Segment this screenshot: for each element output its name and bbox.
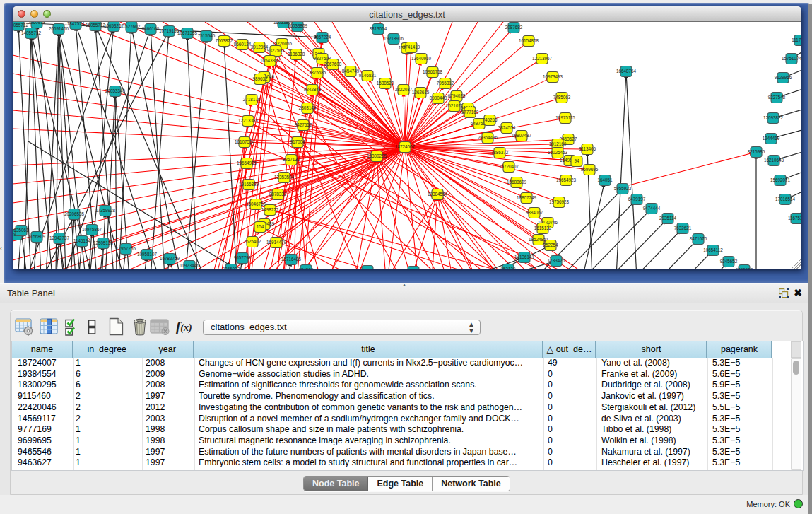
svg-text:16046766: 16046766 [246,201,266,206]
svg-text:19166829: 19166829 [239,182,259,187]
svg-text:9741419: 9741419 [403,45,420,49]
svg-text:19384554: 19384554 [428,192,448,197]
svg-text:19218906: 19218906 [384,36,404,41]
svg-text:7663822: 7663822 [216,38,233,43]
svg-text:10975867: 10975867 [82,227,102,232]
svg-text:7632621: 7632621 [674,226,692,230]
svg-text:9884067: 9884067 [526,210,543,215]
svg-text:10025453: 10025453 [548,150,568,155]
svg-text:15716485: 15716485 [281,257,302,262]
svg-text:19654923: 19654923 [556,177,577,182]
svg-text:945120: 945120 [406,269,421,269]
svg-text:9242848: 9242848 [304,87,322,92]
svg-text:12213967: 12213967 [532,56,553,61]
svg-text:154: 154 [257,224,264,229]
svg-text:3912954: 3912954 [251,45,269,49]
svg-text:20691406: 20691406 [49,26,69,31]
svg-text:17016514: 17016514 [775,197,796,201]
svg-text:14055712: 14055712 [13,23,28,28]
svg-text:10807487: 10807487 [512,133,532,138]
svg-text:1244419: 1244419 [763,136,780,141]
svg-text:10653267: 10653267 [104,23,124,28]
svg-text:2260918: 2260918 [28,22,46,25]
svg-text:12353594: 12353594 [274,175,295,180]
svg-text:9657791: 9657791 [234,255,252,260]
svg-text:953120: 953120 [500,267,516,269]
svg-text:2935114: 2935114 [659,216,677,221]
svg-text:924506: 924506 [298,267,314,269]
svg-text:16914479: 16914479 [266,240,287,245]
svg-text:20053346: 20053346 [105,88,126,93]
svg-text:8990448: 8990448 [430,95,447,100]
svg-text:16107554: 16107554 [235,139,255,144]
svg-text:16033809: 16033809 [288,23,308,28]
svg-text:3822037: 3822037 [395,87,413,92]
svg-text:5955923: 5955923 [614,186,632,191]
svg-text:10654112: 10654112 [703,247,723,252]
svg-text:12213383: 12213383 [238,118,259,123]
svg-text:12942737: 12942737 [49,235,70,240]
svg-text:835061: 835061 [13,228,29,233]
svg-text:9474444: 9474444 [643,206,661,211]
svg-text:16782759: 16782759 [160,256,180,261]
svg-text:1733426: 1733426 [548,258,565,263]
svg-text:1117014: 1117014 [792,37,801,42]
svg-text:989632: 989632 [252,76,268,81]
svg-text:10973493: 10973493 [543,74,563,79]
svg-text:20206535: 20206535 [64,211,85,216]
svg-text:14055712: 14055712 [21,30,42,35]
svg-text:2087682: 2087682 [505,25,523,30]
svg-text:2867608: 2867608 [324,62,342,66]
svg-text:7857224: 7857224 [314,35,331,40]
svg-text:8186328: 8186328 [288,52,305,57]
svg-text:9699695: 9699695 [581,167,599,172]
svg-text:1012160: 1012160 [549,141,567,146]
svg-text:8471676: 8471676 [690,236,707,241]
svg-text:94: 94 [574,158,579,163]
svg-text:1167533: 1167533 [788,216,801,221]
svg-text:746266: 746266 [482,117,498,122]
svg-text:13640910: 13640910 [411,56,432,61]
svg-text:9245002: 9245002 [223,267,240,269]
svg-text:2718176: 2718176 [243,97,261,102]
svg-text:9327503: 9327503 [267,48,285,53]
svg-text:16648764: 16648764 [616,69,637,74]
svg-text:10719155: 10719155 [159,28,180,33]
svg-text:8215985: 8215985 [748,149,765,154]
svg-text:17359928: 17359928 [95,208,116,213]
svg-text:7485063: 7485063 [553,95,571,100]
svg-text:8427552: 8427552 [295,122,312,127]
svg-text:17957255: 17957255 [116,246,136,251]
svg-text:16055712: 16055712 [86,23,106,28]
svg-text:1145194: 1145194 [73,238,91,243]
svg-text:15720407: 15720407 [499,164,519,169]
svg-text:10688609: 10688609 [507,180,527,185]
svg-text:7515546: 7515546 [198,33,216,38]
svg-text:18807249: 18807249 [517,195,537,200]
svg-text:18300295: 18300295 [367,153,387,158]
svg-text:7955812: 7955812 [437,81,454,86]
svg-text:1498222: 1498222 [261,207,279,212]
svg-text:16543382: 16543382 [260,58,281,63]
svg-text:6479197: 6479197 [628,197,646,201]
svg-text:6794028: 6794028 [448,93,466,98]
svg-text:15751074: 15751074 [782,56,801,61]
svg-text:9113406: 9113406 [579,146,596,151]
svg-text:1588520: 1588520 [377,81,394,86]
svg-text:15692071: 15692071 [770,177,791,182]
svg-text:19756928: 19756928 [549,199,570,204]
svg-text:1615132: 1615132 [534,226,552,230]
svg-text:16210643: 16210643 [764,158,784,163]
svg-text:917004: 917004 [290,139,305,144]
svg-text:1847574: 1847574 [67,22,85,26]
svg-text:8813014: 8813014 [370,26,387,31]
svg-text:10961758: 10961758 [423,69,443,74]
svg-text:10958107: 10958107 [137,252,158,257]
svg-text:3875685: 3875685 [309,70,326,75]
svg-text:8454749: 8454749 [342,69,360,74]
svg-text:18724007: 18724007 [395,144,416,149]
svg-text:12975115: 12975115 [555,115,575,120]
svg-text:1362615: 1362615 [412,90,430,95]
svg-text:173422: 173422 [360,268,375,269]
svg-text:1527602: 1527602 [123,24,141,29]
